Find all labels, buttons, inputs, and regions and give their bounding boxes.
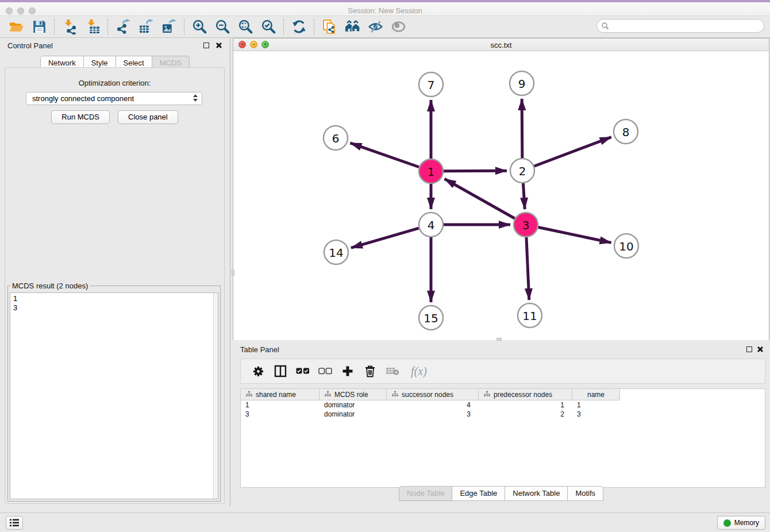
graph-node-label: 4 <box>428 218 435 232</box>
table-cell: 3 <box>241 410 319 419</box>
mcds-result-scrollbar[interactable] <box>213 293 218 499</box>
network-window-title: scc.txt <box>233 41 769 49</box>
refresh-layout-button[interactable] <box>287 18 310 36</box>
show-column-button[interactable] <box>272 362 289 380</box>
zoom-selected-icon <box>261 19 276 34</box>
column-header-mcds-role[interactable]: MCDS role <box>319 389 387 400</box>
float-panel-icon[interactable] <box>203 43 209 48</box>
close-panel-icon[interactable] <box>215 42 222 49</box>
export-table-button[interactable] <box>134 18 157 36</box>
graph-node-label: 8 <box>622 125 630 139</box>
open-session-button[interactable] <box>5 18 28 36</box>
graph-node-label: 2 <box>519 164 526 178</box>
zoom-in-icon <box>192 19 207 34</box>
column-header-predecessor-nodes[interactable]: predecessor nodes <box>479 389 572 400</box>
zoom-fit-button[interactable] <box>234 18 257 36</box>
table-settings-button[interactable] <box>249 362 267 380</box>
graph-edge-3-10[interactable] <box>538 228 611 243</box>
attribute-tree-icon <box>392 391 398 397</box>
gear-icon <box>252 365 264 377</box>
zoom-selected-button[interactable] <box>257 18 280 36</box>
mcds-result-group: MCDS result (2 nodes) 1 3 <box>7 282 221 502</box>
save-session-button[interactable] <box>28 18 51 36</box>
task-history-button[interactable] <box>6 516 23 530</box>
table-cell: 4 <box>387 400 479 410</box>
table-cell: dominator <box>319 410 387 419</box>
network-window: × − + scc.txt 7968124314101511 <box>233 38 769 340</box>
table-cell: 1 <box>479 400 572 410</box>
table-cell: 2 <box>479 410 572 419</box>
mcds-result-text[interactable]: 1 3 <box>10 292 218 499</box>
unchecked-boxes-icon <box>318 368 332 375</box>
horizontal-splitter-grip[interactable] <box>496 338 502 341</box>
table-tab-motifs[interactable]: Motifs <box>568 486 603 501</box>
network-canvas[interactable]: 7968124314101511 <box>233 51 769 340</box>
graph-edge-2-9[interactable] <box>522 99 522 158</box>
table-panel-header: Table Panel <box>233 342 769 357</box>
float-table-panel-icon[interactable] <box>746 346 752 352</box>
close-table-panel-icon[interactable] <box>757 346 764 353</box>
optimization-criterion-label: Optimization criterion: <box>5 79 224 87</box>
houses-icon <box>345 19 360 34</box>
zoom-out-button[interactable] <box>211 18 234 36</box>
table-row[interactable]: 1dominator411 <box>241 400 620 410</box>
zoom-fit-icon <box>238 19 253 34</box>
toolbar-separator <box>283 19 284 35</box>
column-header-shared-name[interactable]: shared name <box>241 389 319 400</box>
clone-network-icon <box>322 19 337 34</box>
column-header-successor-nodes[interactable]: successor nodes <box>387 389 479 400</box>
import-network-button[interactable] <box>58 18 81 36</box>
delete-table-button[interactable] <box>384 362 401 380</box>
mcds-panel: Optimization criterion: strongly connect… <box>5 67 225 504</box>
graph-node-label: 1 <box>428 165 435 179</box>
graph-node-label: 6 <box>332 132 340 145</box>
column-header-name[interactable]: name <box>572 389 620 400</box>
close-panel-button[interactable]: Close panel <box>118 110 178 124</box>
network-graph: 7968124314101511 <box>233 51 769 340</box>
export-network-icon <box>116 19 131 34</box>
table-tab-edge-table[interactable]: Edge Table <box>452 486 505 501</box>
select-all-button[interactable] <box>294 362 311 380</box>
trash-icon <box>364 365 376 377</box>
graph-edge-2-3[interactable] <box>523 183 525 209</box>
graph-edge-3-1[interactable] <box>445 179 515 218</box>
mcds-result-title: MCDS result (2 nodes) <box>10 282 90 290</box>
search-input[interactable] <box>609 21 764 31</box>
graph-edge-3-11[interactable] <box>526 237 529 300</box>
delete-column-button[interactable] <box>361 362 379 380</box>
vertical-splitter-grip[interactable] <box>232 270 234 275</box>
import-table-button[interactable] <box>81 18 104 36</box>
export-image-button[interactable] <box>157 18 180 36</box>
graph-node-label: 14 <box>329 246 343 260</box>
control-panel-title: Control Panel <box>7 41 53 50</box>
zoom-in-button[interactable] <box>188 18 211 36</box>
table-tab-node-table[interactable]: Node Table <box>399 486 453 501</box>
criterion-value: strongly connected component <box>32 94 134 103</box>
eye-slash-icon <box>368 19 383 34</box>
run-mcds-button[interactable]: Run MCDS <box>51 110 110 124</box>
plus-icon <box>342 365 353 377</box>
add-column-button[interactable] <box>339 362 356 380</box>
criterion-dropdown[interactable]: strongly connected component <box>26 92 202 105</box>
hide-selected-button[interactable] <box>364 18 387 36</box>
import-table-icon <box>85 19 101 34</box>
show-all-button[interactable] <box>387 18 410 36</box>
table-tab-network-table[interactable]: Network Table <box>505 486 568 501</box>
refresh-icon <box>291 19 307 34</box>
houses-button[interactable] <box>341 18 364 36</box>
search-icon <box>601 22 609 30</box>
clone-network-button[interactable] <box>318 18 341 36</box>
graph-edge-4-14[interactable] <box>351 228 419 248</box>
node-table: shared name MCDS role successor nodes pr… <box>240 388 765 488</box>
graph-edge-1-2[interactable] <box>444 171 507 171</box>
graph-edge-1-6[interactable] <box>350 143 419 167</box>
export-network-button[interactable] <box>111 18 134 36</box>
graph-edge-2-8[interactable] <box>534 137 611 167</box>
memory-status-icon <box>723 519 731 527</box>
memory-button[interactable]: Memory <box>717 516 765 530</box>
search-box <box>596 19 764 33</box>
function-builder-button[interactable]: f(x) <box>406 362 432 380</box>
unselect-all-button[interactable] <box>317 362 334 380</box>
table-row[interactable]: 3dominator323 <box>241 410 620 419</box>
toolbar-separator <box>314 19 314 35</box>
